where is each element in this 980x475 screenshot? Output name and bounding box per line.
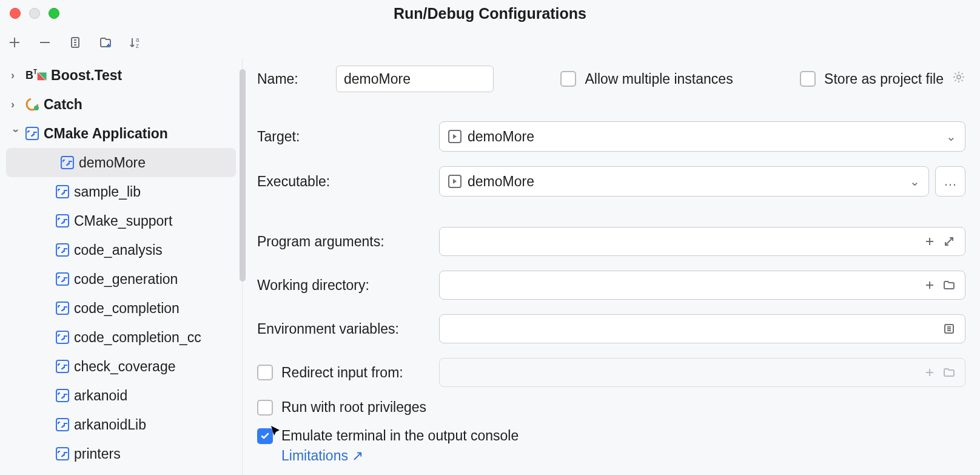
run-icon [448,175,461,188]
executable-value: demoMore [468,173,534,190]
add-macro-button[interactable] [920,275,939,295]
target-icon [56,418,69,431]
sidebar-item-code-generation[interactable]: code_generation [0,264,242,294]
add-config-button[interactable] [5,33,24,52]
close-window-button[interactable] [10,8,21,19]
sidebar-item-arkanoid[interactable]: arkanoid [0,381,242,410]
target-icon [56,389,69,402]
sidebar-item-label: code_generation [74,271,178,288]
env-vars-field[interactable] [439,314,965,343]
working-dir-input[interactable] [446,277,920,294]
run-icon [448,130,461,143]
target-icon [56,185,69,198]
target-icon [56,302,69,315]
sidebar-item-label: code_analysis [74,242,163,258]
sidebar-item-code-analysis[interactable]: code_analysis [0,235,242,264]
target-icon [56,331,69,344]
sidebar-item-label: code_completion_cc [74,329,201,346]
executable-select[interactable]: demoMore ⌄ [439,166,929,197]
external-link-icon: ↗ [352,448,363,463]
svg-point-4 [34,106,39,110]
window-title: Run/Debug Configurations [394,5,586,22]
sidebar-item-sample-lib[interactable]: sample_lib [0,177,242,206]
boost-test-icon: BT◣◥ [25,69,46,82]
sidebar-group-label: Catch [44,96,82,113]
target-icon [61,156,74,169]
redirect-input-field [439,358,965,387]
target-icon [56,214,69,227]
sidebar-scrollbar[interactable] [240,69,246,281]
sidebar-group-catch[interactable]: › Catch [0,90,242,119]
sidebar-item-code-completion[interactable]: code_completion [0,294,242,323]
target-select[interactable]: demoMore ⌄ [439,121,965,152]
chevron-down-icon: ⌄ [946,129,956,144]
sidebar-item-demomore[interactable]: demoMore [6,148,236,177]
name-label: Name: [257,71,324,87]
sidebar-item-check-coverage[interactable]: check_coverage [0,352,242,381]
program-args-field[interactable] [439,227,965,256]
sidebar-group-label: Boost.Test [51,67,122,84]
expand-field-button[interactable] [939,232,959,251]
run-root-label: Run with root privileges [281,399,426,416]
program-args-input[interactable] [446,234,920,250]
svg-point-5 [957,75,961,79]
run-root-checkbox[interactable]: Run with root privileges [257,399,426,416]
working-dir-label: Working directory: [257,277,439,294]
sidebar-group-boost-test[interactable]: › BT◣◥ Boost.Test [0,61,242,90]
sidebar-item-label: code_completion [74,300,180,317]
sidebar-item-arkanoidlib[interactable]: arkanoidLib [0,410,242,439]
remove-config-button[interactable] [35,33,55,52]
target-icon [56,360,69,373]
program-args-label: Program arguments: [257,234,439,250]
sidebar-item-label: arkanoid [74,388,127,404]
sidebar-item-cmake-support[interactable]: CMake_support [0,206,242,235]
allow-multiple-checkbox[interactable]: Allow multiple instances [560,71,733,87]
catch-icon [25,98,39,111]
chevron-down-icon: ⌄ [910,174,920,189]
emulate-terminal-label: Emulate terminal in the output console [281,428,519,444]
chevron-right-icon: › [11,69,21,82]
sidebar-item-printers[interactable]: printers [0,439,242,468]
sidebar-item-label: printers [74,446,121,462]
limitations-link[interactable]: Limitations ↗ [281,448,363,463]
main-area: › BT◣◥ Boost.Test › Catch › CMake Applic… [0,58,980,475]
checkbox-icon [257,400,273,416]
target-icon [56,447,69,460]
allow-multiple-label: Allow multiple instances [585,71,733,87]
checkbox-icon [257,365,273,380]
traffic-lights [10,8,59,19]
checkbox-icon [560,71,576,87]
sidebar-group-label: CMake Application [44,126,168,142]
store-as-project-label: Store as project file [824,71,944,87]
minimize-window-button[interactable] [29,8,40,19]
redirect-input-input [446,365,920,381]
sidebar-item-code-completion-cc[interactable]: code_completion_cc [0,323,242,352]
add-macro-button[interactable] [920,232,939,251]
cmake-app-icon [25,127,39,140]
sidebar-item-label: check_coverage [74,359,176,375]
redirect-input-label: Redirect input from: [281,365,403,381]
browse-folder-button [939,363,959,382]
executable-label: Executable: [257,173,439,190]
svg-text:z: z [136,42,139,49]
env-vars-dialog-button[interactable] [939,319,959,339]
save-template-button[interactable] [96,33,115,52]
sidebar-item-label: sample_lib [74,184,141,200]
browse-folder-button[interactable] [939,275,959,295]
executable-more-button[interactable]: … [935,166,965,197]
maximize-window-button[interactable] [49,8,59,19]
working-dir-field[interactable] [439,271,965,300]
chevron-right-icon: › [11,98,21,111]
copy-config-button[interactable] [65,33,85,52]
target-value: demoMore [468,129,534,145]
name-input[interactable] [336,66,494,92]
gear-icon[interactable] [952,70,965,87]
target-icon [56,243,69,257]
store-as-project-checkbox[interactable]: Store as project file [800,70,965,87]
sidebar-item-label: demoMore [79,155,146,171]
redirect-input-checkbox[interactable]: Redirect input from: [257,365,439,381]
sort-alpha-button[interactable]: az [126,33,146,52]
sidebar-group-cmake[interactable]: › CMake Application [0,119,242,148]
emulate-terminal-checkbox[interactable]: Emulate terminal in the output console [257,428,519,444]
env-vars-input[interactable] [446,321,939,337]
